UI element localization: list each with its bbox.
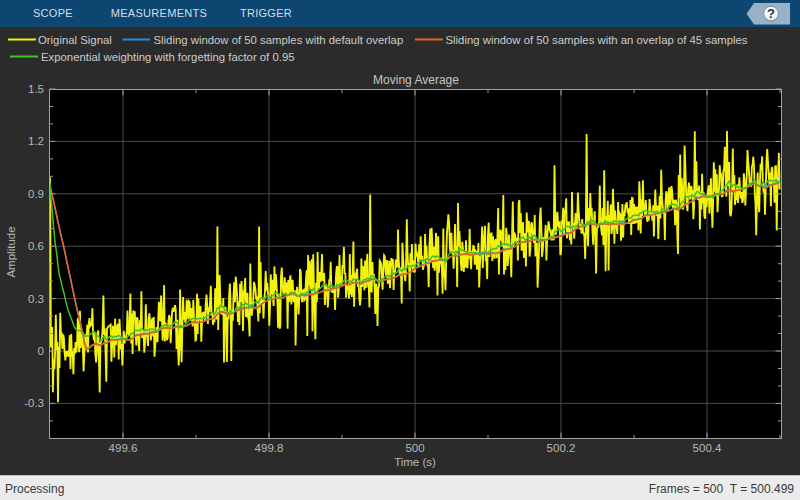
svg-text:Original Signal: Original Signal (38, 34, 112, 46)
svg-text:0.9: 0.9 (28, 188, 44, 200)
svg-text:-0.3: -0.3 (24, 397, 44, 409)
svg-text:TRIGGER: TRIGGER (240, 7, 292, 19)
svg-text:1.5: 1.5 (28, 83, 44, 95)
svg-text:0.6: 0.6 (28, 240, 44, 252)
svg-text:Sliding window of 50 samples w: Sliding window of 50 samples with defaul… (154, 34, 404, 46)
svg-text:500.4: 500.4 (693, 442, 722, 454)
svg-text:500: 500 (405, 442, 424, 454)
svg-text:Exponential weighting with for: Exponential weighting with forgetting fa… (41, 51, 295, 63)
svg-text:499.6: 499.6 (109, 442, 138, 454)
svg-text:SCOPE: SCOPE (33, 7, 73, 19)
svg-text:Time (s): Time (s) (394, 456, 436, 468)
svg-text:1.2: 1.2 (28, 135, 44, 147)
svg-text:Moving Average: Moving Average (373, 73, 459, 87)
svg-text:0: 0 (38, 345, 44, 357)
svg-text:Amplitude: Amplitude (5, 226, 17, 277)
svg-text:Processing: Processing (5, 482, 64, 496)
svg-text:?: ? (767, 6, 775, 21)
svg-text:499.8: 499.8 (255, 442, 284, 454)
svg-text:Sliding window of 50 samples w: Sliding window of 50 samples with an ove… (446, 34, 748, 46)
svg-text:MEASUREMENTS: MEASUREMENTS (111, 7, 208, 19)
svg-text:500.2: 500.2 (547, 442, 576, 454)
svg-text:0.3: 0.3 (28, 293, 44, 305)
svg-text:Frames = 500 T = 500.499: Frames = 500 T = 500.499 (649, 482, 795, 496)
